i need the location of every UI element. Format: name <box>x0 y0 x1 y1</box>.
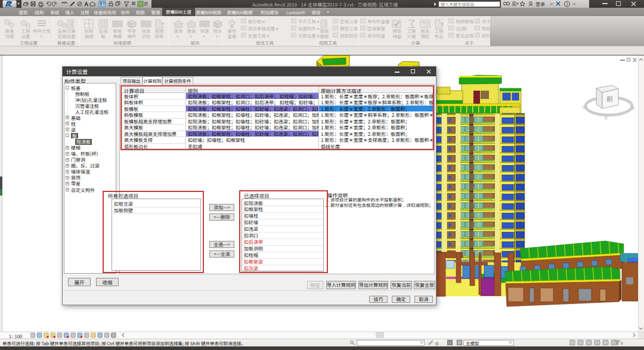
svg-text:登录: 登录 <box>535 1 545 7</box>
svg-text:前: 前 <box>606 94 613 103</box>
svg-text:0: 0 <box>621 340 623 346</box>
svg-text:西: 西 <box>583 104 586 110</box>
svg-text:A: A <box>84 1 88 7</box>
svg-text:?: ? <box>566 1 568 7</box>
svg-text:东: 东 <box>631 106 635 111</box>
svg-text:南: 南 <box>604 115 608 120</box>
